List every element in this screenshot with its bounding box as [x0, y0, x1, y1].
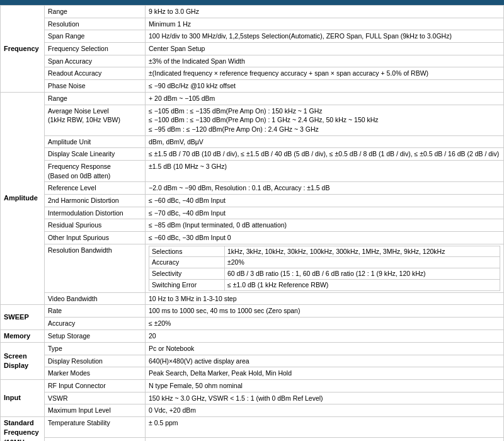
value-cell: ± 0.5 ppm / Year — [146, 438, 504, 441]
sub-label-cell: Reference Level — [45, 182, 146, 195]
rbw-sub-value: 1kHz, 3kHz, 10kHz, 30kHz, 100kHz, 300kHz… — [225, 246, 500, 257]
sub-label-cell: Frequency Response (Based on 0dB atten) — [45, 160, 146, 181]
value-cell: ±(Indicated frequency × reference freque… — [146, 67, 504, 80]
sub-label-cell: Phase Noise — [45, 80, 146, 93]
page-header — [0, 0, 504, 5]
sub-label-cell: Rate — [45, 305, 146, 318]
sub-label-cell: Frequency Selection — [45, 43, 146, 55]
value-cell: 0 Vdc, +20 dBm — [146, 404, 504, 417]
sub-label-cell: Display Resolution — [45, 355, 146, 367]
sub-label-cell: Type — [45, 342, 146, 355]
sub-label-cell: Display Scale Linearity — [45, 148, 146, 161]
value-cell: ± 0.5 ppm — [146, 417, 504, 438]
noise-level-line: ≤ −105 dBm : ≤ −135 dBm(Pre Amp On) : 15… — [149, 106, 500, 116]
category-cell: Input — [1, 380, 45, 417]
spec-table: FrequencyRange9 kHz to 3.0 GHzResolution… — [0, 5, 504, 441]
sub-label-cell: Amplitude Unit — [45, 135, 146, 148]
rbw-sub-value: ≤ ±1.0 dB (1 kHz Reference RBW) — [225, 279, 500, 290]
sub-label-cell: 2nd Harmonic Distortion — [45, 195, 146, 207]
rbw-sub-value: 60 dB / 3 dB ratio (15 : 1, 60 dB / 6 dB… — [225, 268, 500, 280]
rbw-sub-label: Selections — [149, 246, 225, 257]
value-cell: −2.0 dBm ~ −90 dBm, Resolution : 0.1 dB,… — [146, 182, 504, 195]
category-cell: Memory — [1, 329, 45, 342]
value-cell: ≤ ±1.5 dB / 70 dB (10 dB / div), ≤ ±1.5 … — [146, 148, 504, 161]
rbw-sub-value: ±20% — [225, 257, 500, 268]
sub-label-cell: Span Range — [45, 30, 146, 43]
sub-label-cell: Range — [45, 92, 146, 105]
category-cell: Frequency — [1, 6, 45, 93]
value-cell: + 20 dBm ~ −105 dBm — [146, 92, 504, 105]
value-cell: 100 Hz/div to 300 MHz/div, 1,2,5steps Se… — [146, 30, 504, 43]
sub-label-cell: Readout Accuracy — [45, 67, 146, 80]
noise-level-line: ≤ −100 dBm : ≤ −130 dBm(Pre Amp On) : 1 … — [149, 115, 500, 125]
value-cell: 10 Hz to 3 MHz in 1-3-10 step — [146, 292, 504, 305]
sub-label-cell: Range — [45, 6, 146, 18]
value-cell: 640(H)×480(V) active display area — [146, 355, 504, 367]
value-cell: 150 kHz ~ 3.0 GHz, VSWR < 1.5 : 1 (with … — [146, 392, 504, 404]
value-cell: 20 — [146, 329, 504, 342]
value-cell: dBm, dBmV, dBμV — [146, 135, 504, 148]
sub-label-cell: Accuracy — [45, 317, 146, 329]
value-cell: ≤ −90 dBc/Hz @10 kHz offset — [146, 80, 504, 93]
sub-label-cell: RF Input Connector — [45, 380, 146, 392]
noise-level-line: ≤ −95 dBm : ≤ −120 dBm(Pre Amp On) : 2.4… — [149, 125, 500, 134]
sub-label-cell: Average Noise Level (1kHz RBW, 10Hz VBW) — [45, 105, 146, 135]
value-cell: ±1.5 dB (10 MHz ~ 3 GHz) — [146, 160, 504, 181]
value-cell: ≤ −70 dBc, −40 dBm Input — [146, 207, 504, 219]
sub-label-cell: Resolution Bandwidth — [45, 244, 146, 292]
value-cell: Center Span Setup — [146, 43, 504, 55]
value-cell: Pc or Notebook — [146, 342, 504, 355]
sub-label-cell: Video Bandwidth — [45, 292, 146, 305]
value-cell: N type Female, 50 ohm nominal — [146, 380, 504, 392]
value-cell: 9 kHz to 3.0 GHz — [146, 6, 504, 18]
value-cell: Minimum 1 Hz — [146, 18, 504, 30]
value-cell: ≤ −85 dBm (Input terminated, 0 dB attenu… — [146, 219, 504, 232]
value-cell: Peak Search, Delta Marker, Peak Hold, Mi… — [146, 367, 504, 380]
sub-label-cell: VSWR — [45, 392, 146, 404]
sub-label-cell: Marker Modes — [45, 367, 146, 380]
category-cell: SWEEP — [1, 305, 45, 329]
sub-label-cell: Setup Storage — [45, 329, 146, 342]
rbw-sub-label: Accuracy — [149, 257, 225, 268]
value-cell: ±3% of the Indicated Span Width — [146, 55, 504, 67]
value-cell: ≤ −60 dBc, −40 dBm Input — [146, 195, 504, 207]
value-cell: Selections1kHz, 3kHz, 10kHz, 30kHz, 100k… — [146, 244, 504, 292]
sub-label-cell: Temperature Stability — [45, 417, 146, 438]
category-cell: Amplitude — [1, 92, 45, 304]
sub-label-cell: Aging — [45, 438, 146, 441]
value-cell: ≤ ±20% — [146, 317, 504, 329]
sub-label-cell: Span Accuracy — [45, 55, 146, 67]
value-cell: ≤ −105 dBm : ≤ −135 dBm(Pre Amp On) : 15… — [146, 105, 504, 135]
sub-label-cell: Residual Spurious — [45, 219, 146, 232]
rbw-sub-label: Selectivity — [149, 268, 225, 280]
sub-label-cell: Resolution — [45, 18, 146, 30]
category-cell: Standard Frequency (10MHz, Ref.) — [1, 417, 45, 441]
value-cell: ≤ −60 dBc, −30 dBm Input 0 — [146, 232, 504, 244]
value-cell: 100 ms to 1000 sec, 40 ms to 1000 sec (Z… — [146, 305, 504, 318]
category-cell: Screen Display — [1, 342, 45, 379]
sub-label-cell: Other Input Spurious — [45, 232, 146, 244]
rbw-sub-label: Switching Error — [149, 279, 225, 290]
sub-label-cell: Intermodulation Distortion — [45, 207, 146, 219]
sub-label-cell: Maximum Input Level — [45, 404, 146, 417]
